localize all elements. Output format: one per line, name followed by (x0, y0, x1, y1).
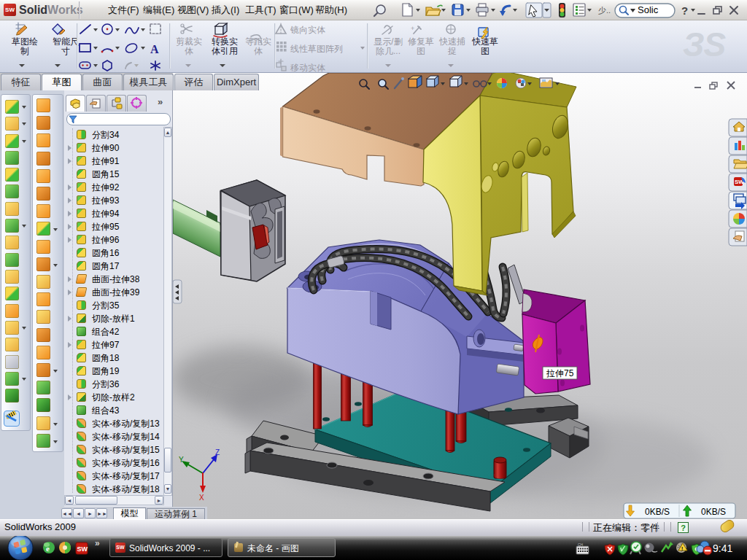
svg-text:+: + (411, 25, 414, 32)
svg-text:A: A (150, 43, 159, 55)
svg-text:»: » (95, 538, 100, 548)
svg-text:0KB/S: 0KB/S (701, 507, 726, 517)
svg-text:CH: CH (578, 542, 584, 547)
svg-text:?: ? (681, 4, 688, 17)
svg-text:SW: SW (77, 545, 88, 553)
svg-text:Y: Y (179, 456, 184, 464)
svg-text:Solic: Solic (638, 4, 659, 15)
svg-text:!: ! (681, 546, 683, 551)
svg-text:少..: 少.. (598, 6, 611, 15)
svg-text:Z: Z (215, 448, 220, 456)
svg-text:e: e (46, 544, 50, 553)
svg-text:X: X (199, 494, 204, 502)
svg-text:拉伸75: 拉伸75 (546, 368, 574, 378)
svg-text:0KB/S: 0KB/S (645, 507, 670, 517)
